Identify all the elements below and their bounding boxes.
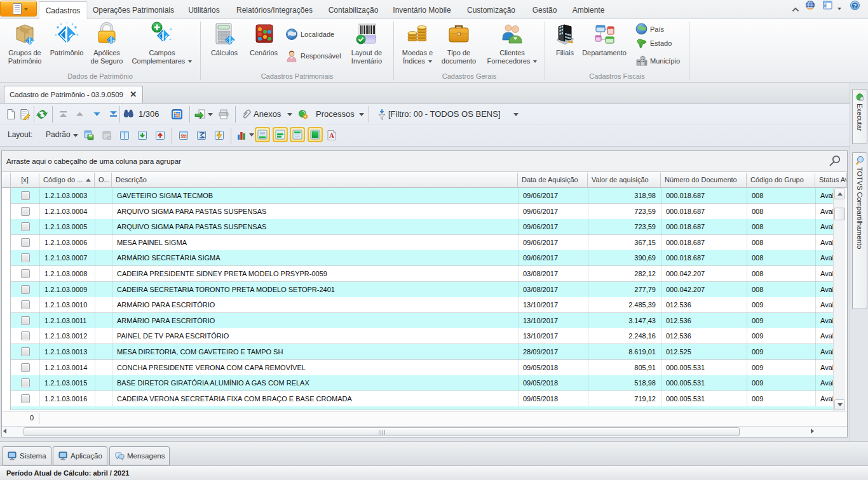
svg-text:?: ?	[853, 2, 857, 9]
svg-text:A: A	[329, 131, 334, 139]
